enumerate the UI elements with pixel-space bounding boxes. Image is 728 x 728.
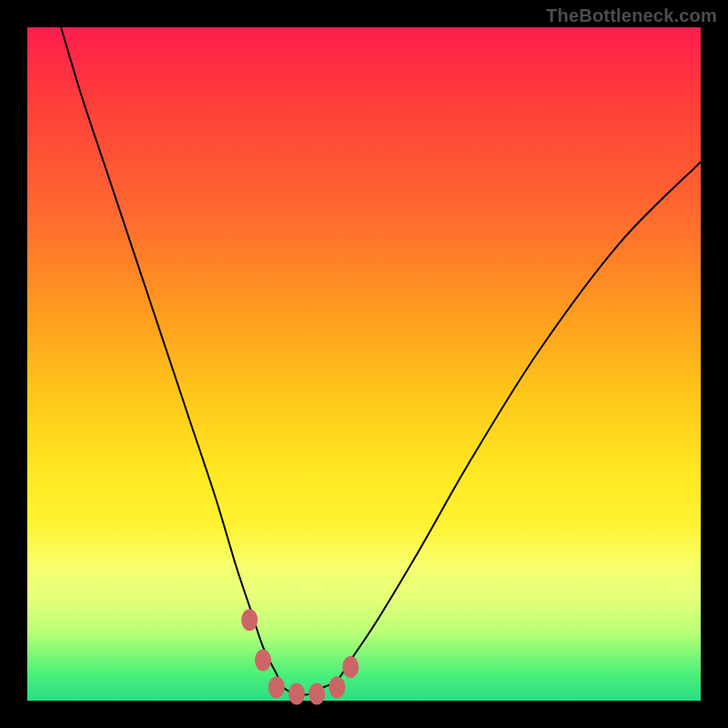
curve-marker <box>268 676 285 698</box>
bottleneck-curve <box>61 27 701 695</box>
plot-area <box>27 27 701 701</box>
chart-frame: TheBottleneck.com <box>0 0 728 728</box>
curve-marker <box>342 656 359 678</box>
curve-marker <box>308 683 325 705</box>
curve-marker <box>241 609 258 631</box>
curve-marker <box>288 683 305 705</box>
curve-marker <box>329 676 345 698</box>
marker-layer <box>241 609 359 704</box>
curve-marker <box>255 650 271 672</box>
curve-layer <box>27 27 701 701</box>
watermark-text: TheBottleneck.com <box>546 5 717 26</box>
